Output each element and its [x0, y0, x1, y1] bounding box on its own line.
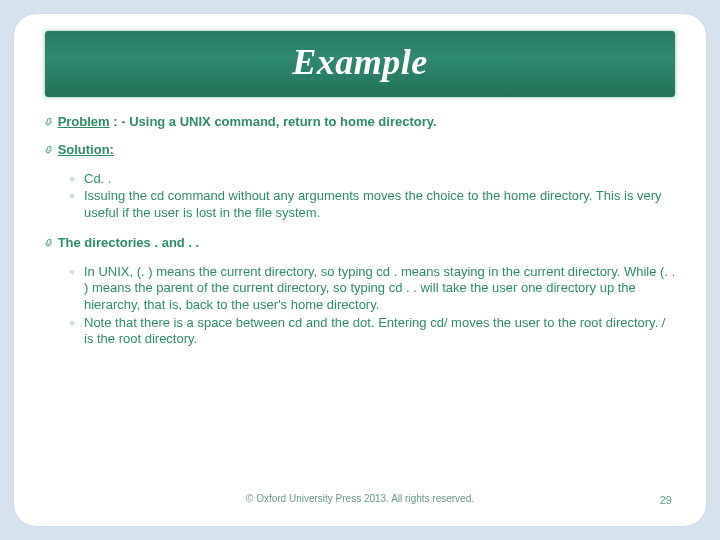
title-bar: Example	[44, 30, 676, 98]
list-item-text: Cd. .	[84, 171, 676, 188]
ring-bullet-icon: ◦	[70, 188, 84, 221]
ring-bullet-icon: ◦	[70, 171, 84, 188]
problem-label: Problem	[58, 114, 110, 129]
slide-card: Example ߷ Problem : - Using a UNIX comma…	[14, 14, 706, 526]
directories-line: ߷ The directories . and . .	[44, 235, 676, 251]
bullet-arrow-icon: ߷	[44, 235, 51, 250]
directories-sublist: ◦ In UNIX, (. ) means the current direct…	[70, 264, 676, 348]
list-item: ◦ Note that there is a space between cd …	[70, 315, 676, 348]
list-item: ◦ Cd. .	[70, 171, 676, 188]
solution-label: Solution:	[58, 142, 114, 157]
ring-bullet-icon: ◦	[70, 315, 84, 348]
footer-copyright: © Oxford University Press 2013. All righ…	[14, 493, 706, 504]
problem-text: : - Using a UNIX command, return to home…	[113, 114, 436, 129]
problem-line: ߷ Problem : - Using a UNIX command, retu…	[44, 114, 676, 130]
list-item: ◦ In UNIX, (. ) means the current direct…	[70, 264, 676, 314]
slide-content: ߷ Problem : - Using a UNIX command, retu…	[44, 114, 676, 348]
ring-bullet-icon: ◦	[70, 264, 84, 314]
list-item: ◦ Issuing the cd command without any arg…	[70, 188, 676, 221]
list-item-text: Note that there is a space between cd an…	[84, 315, 676, 348]
page-number: 29	[660, 494, 672, 506]
solution-sublist: ◦ Cd. . ◦ Issuing the cd command without…	[70, 171, 676, 222]
bullet-arrow-icon: ߷	[44, 142, 51, 157]
list-item-text: Issuing the cd command without any argum…	[84, 188, 676, 221]
solution-line: ߷ Solution:	[44, 142, 676, 158]
slide-title: Example	[45, 41, 675, 83]
list-item-text: In UNIX, (. ) means the current director…	[84, 264, 676, 314]
bullet-arrow-icon: ߷	[44, 114, 51, 129]
directories-heading: The directories . and . .	[58, 235, 200, 250]
